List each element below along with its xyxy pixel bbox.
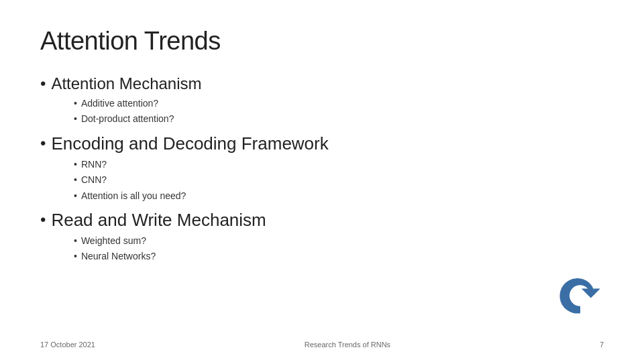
bullet-2: •	[40, 134, 46, 153]
section-header-3: • Read and Write Mechanism	[40, 210, 604, 231]
footer: 17 October 2021 Research Trends of RNNs …	[40, 341, 604, 349]
sub-item-1-2: Dot-product attention?	[74, 111, 604, 126]
sub-item-3-1: Weighted sum?	[74, 233, 604, 248]
sub-item-2-2: CNN?	[74, 172, 604, 187]
section-label-3: Read and Write Mechanism	[51, 210, 266, 231]
footer-page-number: 7	[600, 341, 604, 349]
bullet-1: •	[40, 74, 46, 93]
section-label-1: Attention Mechanism	[51, 74, 201, 93]
slide: Attention Trends • Attention Mechanism A…	[0, 0, 644, 362]
section-label-2: Encoding and Decoding Framework	[51, 133, 328, 154]
sub-item-3-2: Neural Networks?	[74, 249, 604, 263]
sub-item-1-1: Additive attention?	[74, 96, 604, 111]
section-header-2: • Encoding and Decoding Framework	[40, 133, 604, 154]
section-attention-mechanism: • Attention Mechanism Additive attention…	[40, 74, 604, 127]
footer-title: Research Trends of RNNs	[305, 341, 390, 349]
sub-items-3: Weighted sum? Neural Networks?	[74, 233, 604, 264]
sub-items-1: Additive attention? Dot-product attentio…	[74, 96, 604, 127]
content-area: • Attention Mechanism Additive attention…	[40, 74, 604, 271]
section-header-1: • Attention Mechanism	[40, 74, 604, 93]
sub-item-2-3: Attention is all you need?	[74, 188, 604, 203]
sub-item-2-1: RNN?	[74, 157, 604, 172]
bullet-3: •	[40, 210, 46, 229]
footer-date: 17 October 2021	[40, 341, 95, 349]
arrow-icon	[557, 272, 604, 322]
section-read-write: • Read and Write Mechanism Weighted sum?…	[40, 210, 604, 264]
section-encoding-decoding: • Encoding and Decoding Framework RNN? C…	[40, 133, 604, 203]
sub-items-2: RNN? CNN? Attention is all you need?	[74, 157, 604, 203]
slide-title: Attention Trends	[40, 27, 604, 56]
